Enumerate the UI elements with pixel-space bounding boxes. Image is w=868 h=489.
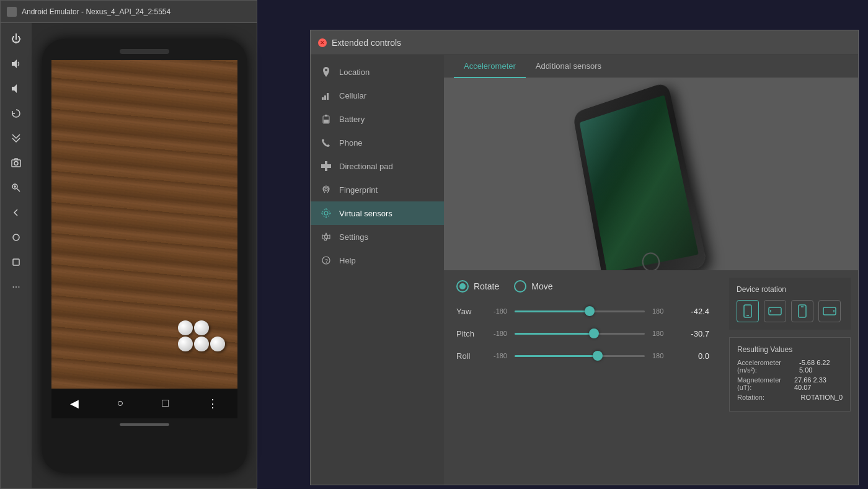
move-radio[interactable] — [514, 280, 526, 293]
yaw-slider[interactable] — [515, 305, 645, 317]
yaw-max: 180 — [652, 307, 671, 315]
svg-rect-16 — [324, 120, 329, 123]
extended-controls-main: Accelerometer Additional sensors — [444, 55, 858, 485]
screenshot-button[interactable] — [5, 152, 27, 174]
emulator-window: Android Emulator - Nexus_4_API_24_2:5554… — [0, 0, 257, 489]
phone-icon — [321, 137, 332, 148]
rotate-button[interactable] — [5, 102, 27, 125]
rotation-landscape-right[interactable] — [818, 300, 841, 322]
nav-item-settings[interactable]: Settings — [311, 225, 444, 249]
emulator-sidebar: ⏻ — [1, 23, 32, 488]
nav-item-location[interactable]: Location — [311, 60, 444, 84]
nav-item-virtual-sensors[interactable]: Virtual sensors — [311, 201, 444, 225]
emulator-title: Android Emulator - Nexus_4_API_24_2:5554 — [22, 7, 250, 16]
fold-button[interactable] — [5, 127, 27, 149]
recent-nav-button[interactable] — [5, 251, 27, 273]
nav-item-directional-pad[interactable]: Directional pad — [311, 154, 444, 178]
rotation-portrait[interactable] — [737, 300, 759, 322]
phone-screen — [51, 60, 237, 389]
volume-up-button[interactable] — [5, 53, 27, 75]
svg-point-10 — [325, 69, 327, 71]
yaw-min: -180 — [485, 307, 507, 315]
nav-item-phone[interactable]: Phone — [311, 131, 444, 154]
emulator-titlebar: Android Emulator - Nexus_4_API_24_2:5554 — [1, 1, 257, 23]
extended-controls-title: Extended controls — [332, 38, 401, 48]
zoom-button[interactable] — [5, 177, 27, 199]
svg-marker-0 — [12, 59, 17, 68]
phone-home-indicator — [120, 423, 169, 426]
rotation-landscape-left[interactable] — [764, 300, 786, 322]
phone-outer: ◀ ○ □ ⋮ — [42, 39, 247, 473]
svg-line-5 — [17, 189, 20, 192]
svg-point-19 — [322, 209, 330, 217]
rotation-portrait-reverse[interactable] — [791, 300, 813, 322]
nav-label-dpad: Directional pad — [339, 162, 393, 171]
sensor-visual — [444, 78, 858, 270]
extended-controls-nav: Location Cellular Battery Phone — [311, 55, 444, 485]
yaw-thumb[interactable] — [585, 306, 595, 316]
wood-wallpaper — [51, 60, 237, 389]
pitch-max: 180 — [652, 330, 671, 337]
svg-rect-13 — [327, 93, 329, 100]
svg-rect-9 — [13, 259, 19, 265]
yaw-value: -42.4 — [678, 307, 709, 316]
svg-rect-2 — [12, 160, 20, 167]
rotation-label: Rotation: — [737, 394, 764, 401]
phone-home-button[interactable]: ○ — [117, 397, 124, 410]
roll-slider[interactable] — [515, 350, 645, 362]
pitch-thumb[interactable] — [589, 328, 599, 338]
nav-item-battery[interactable]: Battery — [311, 107, 444, 131]
phone-more-button[interactable]: ⋮ — [207, 397, 218, 410]
roll-max: 180 — [652, 352, 671, 359]
ball-1 — [178, 320, 193, 335]
help-icon: ? — [321, 255, 332, 266]
nav-item-cellular[interactable]: Cellular — [311, 84, 444, 107]
fingerprint-icon — [321, 184, 332, 195]
nav-item-help[interactable]: ? Help — [311, 249, 444, 272]
roll-thumb[interactable] — [593, 351, 603, 361]
roll-slider-row: Roll -180 180 0.0 — [456, 350, 709, 362]
phone-3d-screen — [580, 95, 699, 270]
right-panel: Device rotation — [722, 270, 858, 485]
nav-label-help: Help — [339, 256, 356, 265]
tabs-bar: Accelerometer Additional sensors — [444, 55, 858, 78]
roll-value: 0.0 — [678, 351, 709, 361]
volume-down-button[interactable] — [5, 77, 27, 100]
svg-rect-15 — [325, 115, 327, 117]
magnetometer-label: Magnetometer (uT): — [737, 376, 794, 391]
svg-point-3 — [14, 162, 18, 165]
rotate-radio[interactable] — [456, 280, 469, 293]
phone-back-button[interactable]: ◀ — [70, 397, 79, 410]
svg-marker-1 — [12, 84, 17, 93]
emulator-icon — [7, 7, 17, 17]
svg-point-17 — [325, 188, 327, 191]
rotation-row: Rotation: ROTATION_0 — [737, 394, 843, 401]
accelerometer-value: -5.68 6.22 5.00 — [799, 359, 843, 374]
bottom-controls-section: Rotate Move Yaw -180 — [444, 270, 858, 485]
nav-label-cellular: Cellular — [339, 91, 366, 100]
phone-recent-button[interactable]: □ — [162, 397, 169, 410]
balls-container — [178, 320, 225, 351]
pitch-slider[interactable] — [515, 327, 645, 340]
extended-controls-body: Location Cellular Battery Phone — [311, 55, 858, 485]
tab-accelerometer[interactable]: Accelerometer — [454, 55, 526, 78]
tab-additional-sensors[interactable]: Additional sensors — [526, 55, 611, 78]
battery-icon — [321, 113, 332, 125]
back-nav-button[interactable] — [5, 201, 27, 224]
rotate-radio-group[interactable]: Rotate — [456, 280, 499, 293]
rotate-move-row: Rotate Move — [456, 280, 709, 293]
ball-3 — [178, 337, 193, 351]
more-button[interactable]: ··· — [5, 276, 27, 298]
power-button[interactable]: ⏻ — [5, 28, 27, 50]
device-rotation-section: Device rotation — [729, 278, 851, 330]
phone-navigation-bar: ◀ ○ □ ⋮ — [51, 389, 237, 418]
nav-item-fingerprint[interactable]: Fingerprint — [311, 178, 444, 201]
pitch-track — [515, 333, 645, 335]
move-radio-group[interactable]: Move — [514, 280, 552, 293]
dpad-icon — [321, 161, 332, 172]
rotation-value: ROTATION_0 — [801, 394, 843, 401]
home-nav-button[interactable] — [5, 226, 27, 249]
ball-4 — [194, 337, 209, 351]
close-button[interactable]: ✕ — [318, 38, 327, 47]
resulting-values-section: Resulting Values Accelerometer (m/s²): -… — [729, 337, 851, 412]
